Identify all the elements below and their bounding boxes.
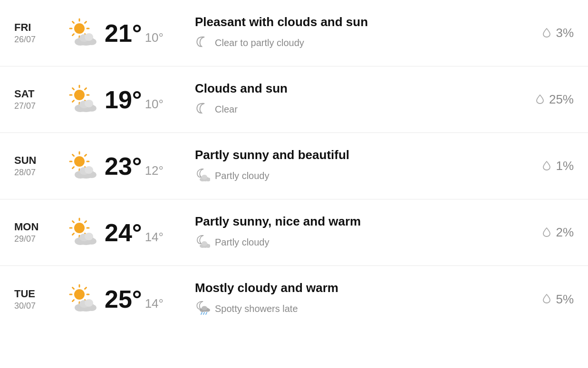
svg-line-84 [206,312,207,314]
rain-drop-icon [535,94,545,106]
svg-line-53 [85,221,87,222]
description-night: Partly cloudy [195,167,502,185]
day-column: MON 29/07 [14,221,62,244]
temperature-column: 24° 14° [105,218,181,247]
night-condition: Partly cloudy [215,170,270,181]
temp-high: 19° [105,85,142,114]
svg-line-69 [73,288,74,289]
description-column: Partly sunny, nice and warm Partly cloud… [181,214,517,251]
temp-high: 23° [105,152,142,180]
svg-point-45 [202,175,207,179]
day-column: FRI 26/07 [14,21,62,45]
svg-point-14 [74,90,85,100]
weather-row[interactable]: FRI 26/07 21° 10° Pleasant with clouds a… [0,0,588,66]
night-icon [195,167,210,185]
temp-low: 14° [145,296,164,311]
svg-point-63 [202,241,207,246]
description-column: Partly sunny and beautiful Partly cloudy [181,148,517,185]
svg-line-54 [73,233,74,235]
night-condition: Partly cloudy [215,237,270,248]
day-date: 30/07 [14,301,62,311]
svg-line-71 [85,288,87,289]
description-main: Partly sunny, nice and warm [195,214,502,229]
rain-column: 2% [517,225,574,240]
description-main: Clouds and sun [195,81,502,96]
day-name: MON [14,221,62,233]
rain-drop-icon [541,293,552,305]
night-icon [195,234,210,251]
description-column: Clouds and sun Clear [181,81,517,118]
description-night: Clear to partly cloudy [195,34,502,52]
svg-point-64 [74,289,85,300]
svg-line-82 [201,312,202,314]
description-night: Spotty showers late [195,300,502,318]
description-column: Pleasant with clouds and sun Clear to pa… [181,15,517,52]
temp-low: 14° [145,230,164,245]
temperature-column: 19° 10° [105,85,181,114]
rain-percentage: 1% [556,159,574,173]
svg-point-46 [74,223,85,233]
day-column: SAT 27/07 [14,88,62,111]
svg-line-19 [73,88,74,89]
night-icon [195,300,210,318]
night-condition: Spotty showers late [215,303,298,314]
rain-drop-icon [541,226,552,239]
svg-line-83 [203,312,204,314]
rain-percentage: 3% [556,26,574,40]
rain-column: 1% [517,159,574,173]
description-column: Mostly cloudy and warm Spotty showers la… [181,281,517,318]
svg-line-36 [73,167,74,168]
weather-icon-column [62,149,105,183]
weather-forecast-list: FRI 26/07 21° 10° Pleasant with clouds a… [0,0,588,332]
weather-row[interactable]: SUN 28/07 23° 12° Partly sunny and beaut… [0,133,588,199]
description-night: Clear [195,101,502,118]
day-name: TUE [14,288,62,300]
day-date: 26/07 [14,35,62,45]
temp-high: 25° [105,285,142,313]
svg-line-5 [73,21,74,23]
svg-point-41 [85,166,93,174]
svg-line-35 [85,154,87,156]
rain-column: 3% [517,26,574,40]
weather-icon-column [62,16,105,50]
day-date: 27/07 [14,101,62,111]
rain-percentage: 25% [549,92,574,107]
day-column: TUE 30/07 [14,288,62,311]
weather-row[interactable]: TUE 30/07 25° 14° Mostly cloudy and warm [0,266,588,332]
rain-percentage: 2% [556,225,574,240]
temp-high: 21° [105,19,142,47]
svg-line-72 [73,300,74,302]
night-condition: Clear to partly cloudy [215,38,304,48]
svg-point-59 [85,233,93,240]
weather-row[interactable]: SAT 27/07 19° 10° Clouds and sun [0,66,588,133]
rain-percentage: 5% [556,292,574,307]
svg-line-33 [73,154,74,156]
weather-row[interactable]: MON 29/07 24° 14° Partly sunny, nice and… [0,199,588,266]
night-icon [195,101,210,118]
svg-point-13 [85,33,93,41]
day-name: SUN [14,154,62,167]
svg-line-51 [73,221,74,222]
svg-line-7 [85,21,87,23]
weather-icon-column [62,83,105,117]
rain-drop-icon [541,27,552,39]
svg-point-0 [74,23,85,34]
temp-low: 10° [145,30,164,45]
day-name: SAT [14,88,62,100]
night-condition: Clear [215,104,238,115]
day-date: 29/07 [14,234,62,244]
weather-icon-column [62,282,105,316]
temperature-column: 25° 14° [105,285,181,313]
weather-icon-column [62,216,105,250]
svg-line-8 [73,34,74,35]
temp-low: 10° [145,97,164,112]
temp-high: 24° [105,218,142,247]
night-icon [195,34,210,52]
svg-point-81 [202,306,207,311]
description-main: Pleasant with clouds and sun [195,15,502,29]
svg-line-21 [85,88,87,89]
day-column: SUN 28/07 [14,154,62,178]
svg-line-22 [73,100,74,102]
description-night: Partly cloudy [195,234,502,251]
day-name: FRI [14,21,62,34]
